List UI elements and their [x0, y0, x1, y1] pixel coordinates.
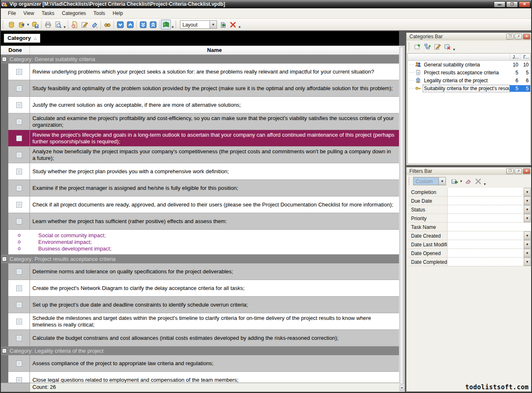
done-checkbox[interactable] [16, 202, 22, 208]
filters-toolbar-dropdown-icon[interactable]: ▼ [483, 182, 487, 187]
category-label[interactable]: Legality criteria of the project [423, 77, 510, 84]
toolbar-grip[interactable] [175, 21, 178, 28]
open-database-icon[interactable] [16, 20, 26, 29]
tree-column-1[interactable]: J... [510, 54, 520, 60]
filter-dropdown-icon[interactable]: ▼ [524, 205, 531, 214]
filter-dropdown-icon[interactable]: ▼ [524, 240, 531, 248]
category-tree-item-selected[interactable]: Suitability criteria for the project's r… [408, 84, 530, 92]
task-name-cell[interactable]: Review the project's lifecycle and goals… [30, 130, 399, 146]
group-header-row[interactable]: −Category: Legality criteria of the proj… [1, 346, 399, 355]
close-button[interactable]: ✕ [519, 1, 530, 7]
filter-value-field[interactable] [448, 196, 524, 205]
layout-view-dropdown-icon[interactable]: ▼ [171, 25, 175, 30]
delete-task-icon[interactable] [89, 20, 99, 29]
layout-combobox-dropdown-icon[interactable]: ▼ [210, 20, 217, 29]
new-database-icon[interactable] [6, 20, 16, 29]
task-name-cell[interactable]: Calculate and examine the project's prof… [30, 113, 399, 130]
filter-value-field[interactable] [448, 205, 524, 214]
move-to-top-icon[interactable] [148, 20, 158, 29]
task-name-cell[interactable]: Create the project's Network Diagram to … [30, 280, 399, 296]
filter-preset-dropdown-icon[interactable]: ▼ [439, 177, 446, 185]
task-row[interactable]: Check if all project documents are ready… [8, 196, 399, 213]
save-database-icon[interactable] [30, 20, 40, 29]
task-row[interactable]: Study feasibility and optimality of the … [8, 80, 399, 97]
done-checkbox[interactable] [16, 285, 22, 291]
new-subcategory-icon[interactable] [422, 42, 432, 52]
apply-layout-icon[interactable] [218, 20, 228, 29]
category-tree-item[interactable]: General suitability criteria1010 [408, 61, 530, 69]
menu-item-view[interactable]: View [20, 9, 38, 18]
collapse-icon[interactable]: − [2, 349, 7, 353]
layout-combobox[interactable]: Layout ▼ [180, 20, 217, 29]
panel-close-button[interactable]: ✕ [523, 34, 530, 39]
task-name-cell[interactable]: Examine if the project manager is assign… [30, 180, 399, 196]
print-preview-icon[interactable] [53, 20, 63, 29]
move-down-icon[interactable] [115, 20, 125, 29]
task-name-cell[interactable]: Close legal questions related to employm… [30, 372, 399, 383]
category-tree-item[interactable]: Legality criteria of the project66 [408, 76, 530, 84]
task-name-cell[interactable]: Analyze how beneficially the project imp… [30, 147, 399, 163]
task-name-cell[interactable]: Calculate the budget constrains and cost… [30, 330, 399, 346]
find-icon[interactable] [102, 20, 112, 29]
filter-dropdown-icon[interactable]: ▼ [524, 214, 531, 222]
task-name-cell[interactable]: Study whether the project plan provides … [30, 163, 399, 179]
task-row[interactable]: Assess compliance of the project to appr… [8, 355, 399, 372]
menu-item-file[interactable]: File [4, 9, 20, 18]
print-icon[interactable] [43, 20, 53, 29]
group-by-category-button[interactable]: Category △ [4, 34, 40, 43]
filter-value-field[interactable] [448, 258, 524, 266]
task-name-cell[interactable]: Study feasibility and optimality of the … [30, 80, 399, 96]
filter-value-field[interactable] [448, 249, 524, 257]
panel-pin-button[interactable]: 📌︎ [515, 168, 522, 174]
collapse-icon[interactable]: − [2, 257, 7, 261]
task-name-cell[interactable]: Schedule the milestones and target dates… [30, 313, 399, 329]
group-header-row[interactable]: −Category: Project results acceptance cr… [1, 255, 399, 263]
filter-dropdown-icon[interactable]: ▼ [524, 188, 531, 196]
filter-value-field[interactable] [448, 188, 524, 196]
task-row[interactable]: Analyze how beneficially the project imp… [8, 147, 399, 163]
task-row[interactable]: Close legal questions related to employm… [8, 372, 399, 383]
move-to-bottom-icon[interactable] [138, 20, 148, 29]
move-up-icon[interactable] [125, 20, 135, 29]
done-checkbox[interactable] [16, 269, 22, 275]
filter-dropdown-icon[interactable]: ▼ [524, 249, 531, 257]
categories-toolbar-dropdown-icon[interactable]: ▼ [452, 48, 456, 53]
done-checkbox[interactable] [16, 152, 22, 158]
edit-task-icon[interactable] [79, 20, 89, 29]
panel-close-button[interactable]: ✕ [523, 168, 530, 174]
task-name-cell[interactable]: Justify the current solution as only acc… [30, 97, 399, 113]
task-row[interactable]: Create the project's Network Diagram to … [8, 280, 399, 297]
column-header-done[interactable]: Done [1, 46, 30, 54]
task-row[interactable]: Schedule the milestones and target dates… [8, 313, 399, 330]
minimize-button[interactable]: ▬ [494, 1, 505, 7]
task-row[interactable]: Calculate and examine the project's prof… [8, 113, 399, 130]
task-row[interactable]: Justify the current solution as only acc… [8, 97, 399, 113]
panel-pin-button[interactable]: 📌︎ [515, 34, 522, 39]
done-checkbox[interactable] [16, 377, 22, 383]
task-row[interactable]: Set up the project's due date and deadli… [8, 297, 399, 313]
scrollbar-thumb[interactable] [400, 47, 404, 384]
delete-layout-icon[interactable] [228, 20, 238, 29]
task-row[interactable]: Review underlying problems which your pr… [8, 64, 399, 80]
panel-restore-button[interactable]: ❐ [506, 168, 514, 174]
task-name-cell[interactable]: Learn whether the project has sufficient… [30, 213, 399, 229]
erase-filter-icon[interactable] [463, 176, 473, 186]
task-row-selected[interactable]: Review the project's lifecycle and goals… [8, 130, 399, 147]
toolbar-grip[interactable] [409, 43, 411, 50]
task-name-cell[interactable]: Set up the project's due date and deadli… [30, 297, 399, 313]
task-row[interactable]: Examine if the project manager is assign… [8, 180, 399, 196]
filter-value-field[interactable] [448, 223, 531, 231]
task-name-cell[interactable]: Check if all project documents are ready… [30, 196, 399, 213]
filter-value-field[interactable] [448, 214, 524, 222]
filter-preset-combobox[interactable]: Custom ▼ [413, 177, 446, 185]
done-checkbox[interactable] [16, 119, 22, 125]
new-task-icon[interactable] [69, 20, 79, 29]
clear-filter-icon[interactable] [473, 176, 483, 186]
tree-column-2[interactable]: Г... [520, 54, 530, 60]
task-row[interactable]: Calculate the budget constrains and cost… [8, 330, 399, 346]
filter-preset-value[interactable]: Custom [413, 177, 439, 185]
save-filter-dropdown-icon[interactable]: ▼ [459, 179, 463, 183]
category-tree-item[interactable]: 5Project results acceptance criteria55 [408, 69, 530, 76]
edit-category-icon[interactable] [432, 42, 442, 52]
done-checkbox[interactable] [16, 102, 22, 108]
